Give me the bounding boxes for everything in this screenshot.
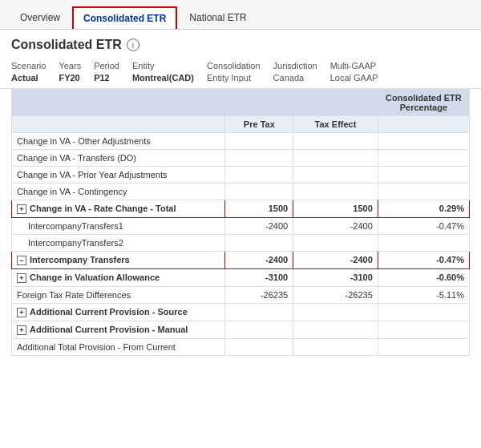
cell-tax-effect: -2400 bbox=[293, 217, 378, 234]
tab-overview[interactable]: Overview bbox=[10, 6, 71, 29]
row-label: Change in VA - Other Adjustments bbox=[12, 132, 225, 149]
filter-multi-gaap: Multi-GAAP Local GAAP bbox=[330, 60, 378, 85]
row-label: Foreign Tax Rate Differences bbox=[12, 286, 225, 303]
row-label: Additional Total Provision - From Curren… bbox=[12, 338, 225, 355]
table-row: IntercompanyTransfers2 bbox=[12, 234, 470, 251]
cell-pct bbox=[378, 132, 469, 149]
cell-pre-tax bbox=[225, 166, 293, 183]
table-row: +Change in Valuation Allowance-3100-3100… bbox=[12, 268, 470, 286]
col-taxeffect-sub: Tax Effect bbox=[293, 115, 378, 132]
cell-tax-effect: -26235 bbox=[293, 286, 378, 303]
table-row: +Additional Current Provision - Source bbox=[12, 303, 470, 321]
cell-pre-tax bbox=[225, 183, 293, 200]
cell-pct: 0.29% bbox=[378, 200, 469, 217]
cell-tax-effect: 1500 bbox=[293, 200, 378, 217]
filter-jurisdiction: Jurisdiction Canada bbox=[273, 60, 317, 85]
column-header-row: Consolidated ETR Percentage bbox=[12, 89, 470, 115]
col-desc-sub bbox=[12, 115, 225, 132]
cell-pre-tax: -2400 bbox=[225, 251, 293, 268]
row-label: Change in VA - Contingency bbox=[12, 183, 225, 200]
cell-tax-effect bbox=[293, 132, 378, 149]
cell-tax-effect: -3100 bbox=[293, 268, 378, 286]
cell-pct bbox=[378, 183, 469, 200]
cell-pct bbox=[378, 338, 469, 355]
table-row: Foreign Tax Rate Differences-26235-26235… bbox=[12, 286, 470, 303]
row-label: +Additional Current Provision - Source bbox=[12, 303, 225, 321]
table-row: +Change in VA - Rate Change - Total15001… bbox=[12, 200, 470, 217]
col-consolidated-pct-header: Consolidated ETR Percentage bbox=[378, 89, 469, 115]
cell-pre-tax bbox=[225, 234, 293, 251]
cell-tax-effect bbox=[293, 303, 378, 321]
table-row: Change in VA - Other Adjustments bbox=[12, 132, 470, 149]
cell-pct: -0.47% bbox=[378, 217, 469, 234]
row-label: IntercompanyTransfers2 bbox=[12, 234, 225, 251]
filter-row: Scenario Actual Years FY20 Period P12 En… bbox=[0, 57, 481, 89]
tab-bar: Overview Consolidated ETR National ETR bbox=[0, 0, 481, 30]
filter-scenario: Scenario Actual bbox=[11, 60, 46, 85]
filter-consolidation: Consolidation Entity Input bbox=[207, 60, 261, 85]
expand-icon[interactable]: + bbox=[17, 273, 26, 283]
cell-pct: -5.11% bbox=[378, 286, 469, 303]
row-label: Change in VA - Transfers (DO) bbox=[12, 149, 225, 166]
table-row: Change in VA - Transfers (DO) bbox=[12, 149, 470, 166]
cell-tax-effect bbox=[293, 234, 378, 251]
cell-pre-tax: -26235 bbox=[225, 286, 293, 303]
filter-years: Years FY20 bbox=[59, 60, 81, 85]
row-label: +Additional Current Provision - Manual bbox=[12, 321, 225, 338]
sub-header-row: Pre Tax Tax Effect bbox=[12, 115, 470, 132]
cell-pre-tax bbox=[225, 303, 293, 321]
cell-pct bbox=[378, 149, 469, 166]
table-row: +Additional Current Provision - Manual bbox=[12, 321, 470, 338]
row-label: Change in VA - Prior Year Adjustments bbox=[12, 166, 225, 183]
cell-pct: -0.60% bbox=[378, 268, 469, 286]
main-table-wrapper: Consolidated ETR Percentage Pre Tax Tax … bbox=[0, 89, 481, 356]
col-description bbox=[12, 89, 225, 115]
page-header: Consolidated ETR i bbox=[0, 30, 481, 57]
cell-pre-tax bbox=[225, 149, 293, 166]
cell-pre-tax bbox=[225, 132, 293, 149]
col-pretax-sub: Pre Tax bbox=[225, 115, 293, 132]
table-row: IntercompanyTransfers1-2400-2400-0.47% bbox=[12, 217, 470, 234]
cell-tax-effect bbox=[293, 149, 378, 166]
table-row: Additional Total Provision - From Curren… bbox=[12, 338, 470, 355]
table-row: −Intercompany Transfers-2400-2400-0.47% bbox=[12, 251, 470, 268]
cell-tax-effect bbox=[293, 338, 378, 355]
cell-pre-tax: -2400 bbox=[225, 217, 293, 234]
cell-tax-effect bbox=[293, 321, 378, 338]
cell-tax-effect bbox=[293, 183, 378, 200]
cell-pct bbox=[378, 321, 469, 338]
cell-pre-tax: -3100 bbox=[225, 268, 293, 286]
etr-table: Consolidated ETR Percentage Pre Tax Tax … bbox=[11, 89, 470, 356]
row-label: IntercompanyTransfers1 bbox=[12, 217, 225, 234]
col-pct-sub bbox=[378, 115, 469, 132]
expand-icon[interactable]: + bbox=[17, 204, 26, 214]
col-pretax-taxeffect-group bbox=[225, 89, 378, 115]
cell-pct bbox=[378, 166, 469, 183]
info-icon[interactable]: i bbox=[127, 38, 139, 51]
collapse-icon[interactable]: − bbox=[17, 256, 26, 265]
row-label: −Intercompany Transfers bbox=[12, 251, 225, 268]
cell-tax-effect bbox=[293, 166, 378, 183]
cell-pre-tax: 1500 bbox=[225, 200, 293, 217]
page-title: Consolidated ETR bbox=[11, 38, 122, 52]
cell-pre-tax bbox=[225, 338, 293, 355]
row-label: +Change in VA - Rate Change - Total bbox=[12, 200, 225, 217]
expand-icon[interactable]: + bbox=[17, 308, 26, 317]
filter-period: Period P12 bbox=[94, 60, 119, 85]
cell-pre-tax bbox=[225, 321, 293, 338]
row-label: +Change in Valuation Allowance bbox=[12, 268, 225, 286]
expand-icon[interactable]: + bbox=[17, 325, 26, 335]
cell-pct bbox=[378, 234, 469, 251]
tab-consolidated-etr[interactable]: Consolidated ETR bbox=[72, 6, 177, 29]
table-row: Change in VA - Contingency bbox=[12, 183, 470, 200]
table-row: Change in VA - Prior Year Adjustments bbox=[12, 166, 470, 183]
tab-national-etr[interactable]: National ETR bbox=[179, 6, 257, 29]
cell-pct: -0.47% bbox=[378, 251, 469, 268]
filter-entity: Entity Montreal(CAD) bbox=[132, 60, 194, 85]
cell-tax-effect: -2400 bbox=[293, 251, 378, 268]
cell-pct bbox=[378, 303, 469, 321]
